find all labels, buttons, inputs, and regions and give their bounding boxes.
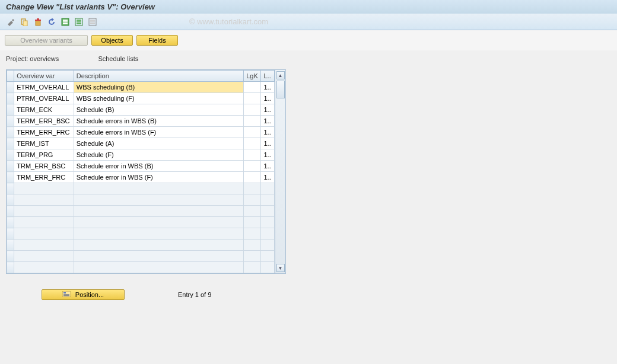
scroll-thumb[interactable] bbox=[276, 81, 285, 98]
cell-lgk[interactable] bbox=[244, 161, 261, 172]
table-row[interactable] bbox=[7, 183, 275, 194]
cell-overview-var[interactable] bbox=[14, 228, 74, 240]
cell-l[interactable]: 1.. bbox=[261, 82, 275, 93]
cell-l[interactable] bbox=[261, 251, 275, 262]
cell-lgk[interactable] bbox=[244, 104, 261, 116]
table-row[interactable]: TERM_ERR_BSCSchedule errors in WBS (B)1.… bbox=[7, 116, 275, 127]
cell-overview-var[interactable]: TERM_ECK bbox=[14, 104, 74, 116]
row-handle[interactable] bbox=[7, 149, 14, 161]
cell-l[interactable]: 1.. bbox=[261, 149, 275, 161]
cell-lgk[interactable] bbox=[244, 206, 261, 217]
cell-description[interactable]: Schedule errors in WBS (B) bbox=[74, 116, 243, 127]
cell-l[interactable] bbox=[261, 217, 275, 228]
table-row[interactable]: TERM_PRGSchedule (F)1.. bbox=[7, 149, 275, 161]
cell-lgk[interactable] bbox=[244, 93, 261, 104]
row-handle[interactable] bbox=[7, 240, 14, 251]
cell-description[interactable] bbox=[74, 183, 243, 194]
cell-description[interactable]: WBS scheduling (B) bbox=[74, 82, 243, 93]
row-handle[interactable] bbox=[7, 161, 14, 172]
table-row[interactable]: PTRM_OVERALLWBS scheduling (F)1.. bbox=[7, 93, 275, 104]
cell-description[interactable] bbox=[74, 262, 243, 273]
scroll-down-icon[interactable]: ▼ bbox=[276, 264, 285, 272]
table-row[interactable] bbox=[7, 217, 275, 228]
cell-lgk[interactable] bbox=[244, 194, 261, 206]
cell-overview-var[interactable]: TERM_ERR_BSC bbox=[14, 116, 74, 127]
cell-l[interactable] bbox=[261, 228, 275, 240]
cell-overview-var[interactable]: TRM_ERR_BSC bbox=[14, 161, 74, 172]
table-row[interactable]: ETRM_OVERALLWBS scheduling (B)1.. bbox=[7, 82, 275, 93]
cell-description[interactable] bbox=[74, 228, 243, 240]
row-handle[interactable] bbox=[7, 127, 14, 138]
cell-description[interactable] bbox=[74, 251, 243, 262]
row-handle[interactable] bbox=[7, 138, 14, 149]
fields-button[interactable]: Fields bbox=[136, 35, 178, 46]
col-header-l[interactable]: L.. bbox=[261, 71, 275, 82]
objects-button[interactable]: Objects bbox=[91, 35, 133, 46]
table-row[interactable] bbox=[7, 251, 275, 262]
position-button[interactable]: Position... bbox=[42, 289, 125, 300]
cell-l[interactable] bbox=[261, 262, 275, 273]
cell-description[interactable]: Schedule (A) bbox=[74, 138, 243, 149]
cell-overview-var[interactable]: TERM_IST bbox=[14, 138, 74, 149]
scroll-up-icon[interactable]: ▲ bbox=[276, 71, 285, 79]
cell-l[interactable] bbox=[261, 206, 275, 217]
cell-l[interactable]: 1.. bbox=[261, 172, 275, 183]
cell-overview-var[interactable] bbox=[14, 206, 74, 217]
undo-icon[interactable] bbox=[46, 16, 58, 28]
cell-description[interactable]: Schedule (B) bbox=[74, 104, 243, 116]
cell-overview-var[interactable] bbox=[14, 240, 74, 251]
cell-l[interactable] bbox=[261, 240, 275, 251]
cell-lgk[interactable] bbox=[244, 116, 261, 127]
table-row[interactable]: TRM_ERR_BSCSchedule error in WBS (B)1.. bbox=[7, 161, 275, 172]
cell-description[interactable] bbox=[74, 194, 243, 206]
cell-lgk[interactable] bbox=[244, 82, 261, 93]
deselect-all-icon[interactable] bbox=[87, 16, 98, 28]
cell-lgk[interactable] bbox=[244, 172, 261, 183]
cell-l[interactable]: 1.. bbox=[261, 93, 275, 104]
cell-description[interactable] bbox=[74, 240, 243, 251]
table-row[interactable] bbox=[7, 206, 275, 217]
cell-l[interactable]: 1.. bbox=[261, 104, 275, 116]
cell-description[interactable]: Schedule error in WBS (F) bbox=[74, 172, 243, 183]
cell-overview-var[interactable] bbox=[14, 194, 74, 206]
cell-overview-var[interactable]: ETRM_OVERALL bbox=[14, 82, 74, 93]
cell-lgk[interactable] bbox=[244, 138, 261, 149]
cell-lgk[interactable] bbox=[244, 149, 261, 161]
cell-description[interactable]: WBS scheduling (F) bbox=[74, 93, 243, 104]
cell-l[interactable]: 1.. bbox=[261, 127, 275, 138]
table-row[interactable]: TERM_ERR_FRCSchedule errors in WBS (F)1.… bbox=[7, 127, 275, 138]
cell-lgk[interactable] bbox=[244, 217, 261, 228]
row-handle[interactable] bbox=[7, 93, 14, 104]
cell-l[interactable]: 1.. bbox=[261, 138, 275, 149]
row-handle[interactable] bbox=[7, 206, 14, 217]
row-handle[interactable] bbox=[7, 116, 14, 127]
cell-lgk[interactable] bbox=[244, 262, 261, 273]
row-handle[interactable] bbox=[7, 183, 14, 194]
col-header-description[interactable]: Description bbox=[74, 71, 243, 82]
cell-l[interactable]: 1.. bbox=[261, 161, 275, 172]
cell-overview-var[interactable] bbox=[14, 251, 74, 262]
row-handle[interactable] bbox=[7, 262, 14, 273]
row-handle[interactable] bbox=[7, 82, 14, 93]
table-row[interactable]: TERM_ISTSchedule (A)1.. bbox=[7, 138, 275, 149]
delete-icon[interactable] bbox=[32, 16, 44, 28]
table-row[interactable] bbox=[7, 240, 275, 251]
select-block-icon[interactable] bbox=[73, 16, 85, 28]
cell-description[interactable] bbox=[74, 206, 243, 217]
cell-lgk[interactable] bbox=[244, 240, 261, 251]
cell-overview-var[interactable] bbox=[14, 262, 74, 273]
cell-overview-var[interactable]: TERM_ERR_FRC bbox=[14, 127, 74, 138]
col-header-overview-var[interactable]: Overview var bbox=[14, 71, 74, 82]
row-handle[interactable] bbox=[7, 104, 14, 116]
cell-overview-var[interactable]: TERM_PRG bbox=[14, 149, 74, 161]
cell-description[interactable]: Schedule (F) bbox=[74, 149, 243, 161]
table-row[interactable]: TERM_ECKSchedule (B)1.. bbox=[7, 104, 275, 116]
cell-overview-var[interactable]: PTRM_OVERALL bbox=[14, 93, 74, 104]
cell-lgk[interactable] bbox=[244, 251, 261, 262]
table-corner[interactable] bbox=[7, 71, 14, 82]
cell-l[interactable] bbox=[261, 183, 275, 194]
table-row[interactable]: TRM_ERR_FRCSchedule error in WBS (F)1.. bbox=[7, 172, 275, 183]
cell-lgk[interactable] bbox=[244, 183, 261, 194]
row-handle[interactable] bbox=[7, 217, 14, 228]
row-handle[interactable] bbox=[7, 228, 14, 240]
